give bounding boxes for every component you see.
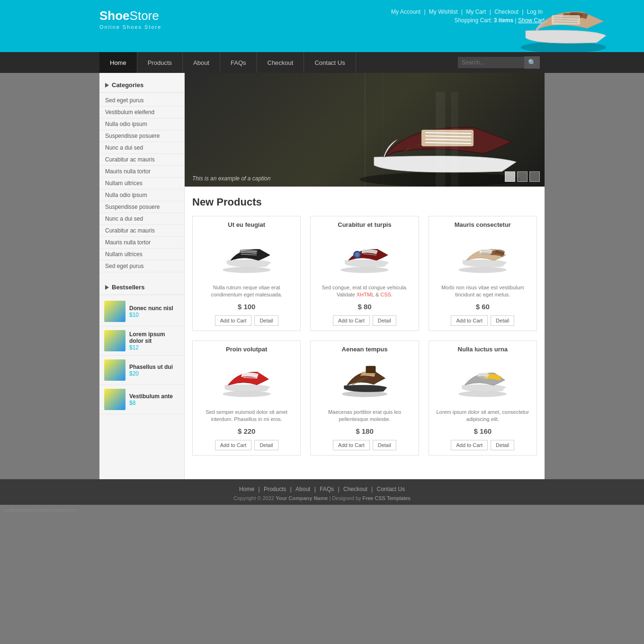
product-actions: Add to Cart Detail bbox=[434, 440, 532, 450]
new-products-title: New Products bbox=[192, 196, 537, 208]
main-wrapper: Categories Sed eget purusVestibulum elei… bbox=[99, 73, 545, 479]
product-price: $ 160 bbox=[434, 427, 532, 435]
slider-caption: This is an example of a caption bbox=[192, 175, 270, 182]
svg-point-27 bbox=[223, 391, 271, 397]
bestseller-item: Donec nunc nisl $10 bbox=[99, 297, 184, 326]
bestseller-info: Donec nunc nisl $10 bbox=[129, 305, 173, 318]
search-input[interactable] bbox=[458, 57, 524, 68]
footer-checkout-link[interactable]: Checkout bbox=[343, 486, 367, 492]
detail-button[interactable]: Detail bbox=[254, 315, 278, 326]
product-actions: Add to Cart Detail bbox=[315, 315, 413, 326]
category-item[interactable]: Mauris nulla tortor bbox=[99, 237, 184, 249]
product-actions: Add to Cart Detail bbox=[434, 315, 532, 326]
cart-label: Shopping Cart: bbox=[454, 17, 492, 24]
product-name: Aenean tempus bbox=[315, 346, 413, 353]
products-grid: Ut eu feugiat Nulla rutrum neque vitae e… bbox=[192, 216, 537, 456]
bestseller-price: $8 bbox=[129, 400, 173, 406]
bestseller-price: $20 bbox=[129, 370, 173, 377]
main-content: This is an example of a caption New Prod… bbox=[185, 73, 545, 479]
my-wishlist-link[interactable]: My Wishlist bbox=[429, 9, 458, 15]
detail-button[interactable]: Detail bbox=[491, 315, 514, 326]
footer-home-link[interactable]: Home bbox=[239, 486, 254, 492]
nav-products[interactable]: Products bbox=[137, 52, 183, 73]
product-desc: Morbi non risus vitae est vestibulum tin… bbox=[434, 284, 532, 299]
detail-button[interactable]: Detail bbox=[373, 440, 396, 450]
footer-links: Home | Products | About | FAQs | Checkou… bbox=[0, 486, 644, 492]
category-item[interactable]: Sed eget purus bbox=[99, 260, 184, 272]
bestsellers-label: Bestsellers bbox=[112, 284, 144, 291]
category-item[interactable]: Curabitur ac mauris bbox=[99, 225, 184, 237]
nav-about[interactable]: About bbox=[183, 52, 220, 73]
footer-contact-link[interactable]: Contact Us bbox=[377, 486, 405, 492]
product-card: Nulla luctus urna Lorem ipsum dolor sit … bbox=[429, 340, 537, 456]
detail-button[interactable]: Detail bbox=[254, 440, 278, 450]
svg-point-23 bbox=[459, 267, 507, 273]
nav-contact[interactable]: Contact Us bbox=[304, 52, 356, 73]
logo-light: Store bbox=[130, 9, 159, 23]
bestseller-thumb bbox=[104, 330, 125, 351]
search-button[interactable]: 🔍 bbox=[524, 56, 540, 69]
footer-about-link[interactable]: About bbox=[295, 486, 310, 492]
category-item[interactable]: Vestibulum eleifend bbox=[99, 107, 184, 118]
my-cart-link[interactable]: My Cart bbox=[466, 9, 486, 15]
products-section: New Products Ut eu feugiat Nulla rutrum … bbox=[185, 187, 545, 479]
top-header: ShoeStore Online Shoes Store My Account … bbox=[0, 0, 644, 52]
product-actions: Add to Cart Detail bbox=[197, 315, 295, 326]
nav-faqs[interactable]: FAQs bbox=[220, 52, 257, 73]
bestseller-price: $12 bbox=[129, 344, 179, 351]
bestseller-name: Vestibulum ante bbox=[129, 393, 173, 400]
product-actions: Add to Cart Detail bbox=[197, 440, 295, 450]
slider-dots bbox=[505, 171, 540, 182]
category-item[interactable]: Nulla odio ipsum bbox=[99, 118, 184, 130]
add-to-cart-button[interactable]: Add to Cart bbox=[215, 315, 252, 326]
bestseller-name: Lorem ipsum dolor sit bbox=[129, 331, 179, 344]
category-item[interactable]: Suspendisse posuere bbox=[99, 130, 184, 142]
add-to-cart-button[interactable]: Add to Cart bbox=[451, 315, 488, 326]
add-to-cart-button[interactable]: Add to Cart bbox=[215, 440, 252, 450]
category-item[interactable]: Sed eget purus bbox=[99, 95, 184, 107]
add-to-cart-button[interactable]: Add to Cart bbox=[333, 440, 370, 450]
product-card: Curabitur et turpis Sed congue, erat id … bbox=[310, 216, 419, 331]
page-footer: Home | Products | About | FAQs | Checkou… bbox=[0, 479, 644, 505]
slider-dot-1[interactable] bbox=[505, 171, 515, 182]
bestseller-name: Phasellus ut dui bbox=[129, 364, 173, 370]
bestseller-name: Donec nunc nisl bbox=[129, 305, 173, 312]
xhtml-link[interactable]: XHTML bbox=[357, 292, 374, 297]
slider-dot-2[interactable] bbox=[517, 171, 528, 182]
category-item[interactable]: Nullam ultrices bbox=[99, 249, 184, 260]
detail-button[interactable]: Detail bbox=[373, 315, 396, 326]
product-desc: Sed semper euismod dolor sit amet interd… bbox=[197, 409, 295, 423]
slider-dot-3[interactable] bbox=[529, 171, 540, 182]
product-price: $ 80 bbox=[315, 303, 413, 311]
category-item[interactable]: Nunc a dui sed bbox=[99, 142, 184, 154]
product-desc: Nulla rutrum neque vitae erat condimentu… bbox=[197, 284, 295, 299]
footer-designer-link[interactable]: Free CSS Templates bbox=[363, 495, 411, 501]
nav-home[interactable]: Home bbox=[99, 52, 137, 73]
product-price: $ 100 bbox=[197, 303, 295, 311]
nav-checkout[interactable]: Checkout bbox=[257, 52, 304, 73]
svg-point-19 bbox=[355, 252, 359, 257]
detail-button[interactable]: Detail bbox=[491, 440, 514, 450]
my-account-link[interactable]: My Account bbox=[391, 9, 420, 15]
categories-title: Categories bbox=[99, 78, 184, 93]
bestseller-item: Phasellus ut dui $20 bbox=[99, 356, 184, 385]
bestseller-info: Vestibulum ante $8 bbox=[129, 393, 173, 406]
bestseller-thumb bbox=[104, 359, 125, 381]
category-item[interactable]: Curabitur ac mauris bbox=[99, 154, 184, 166]
main-nav: Home Products About FAQs Checkout Contac… bbox=[0, 52, 644, 73]
category-item[interactable]: Mauris nulla tortor bbox=[99, 166, 184, 178]
category-item[interactable]: Nullam ultrices bbox=[99, 178, 184, 189]
add-to-cart-button[interactable]: Add to Cart bbox=[333, 315, 370, 326]
category-item[interactable]: Nunc a dui sed bbox=[99, 213, 184, 225]
svg-point-17 bbox=[340, 267, 389, 273]
bestseller-info: Lorem ipsum dolor sit $12 bbox=[129, 331, 179, 351]
add-to-cart-button[interactable]: Add to Cart bbox=[451, 440, 488, 450]
css-link[interactable]: CSS bbox=[380, 292, 391, 297]
category-item[interactable]: Nulla odio ipsum bbox=[99, 189, 184, 201]
product-desc: Lorem ipsum dolor sit amet, consectetur … bbox=[434, 409, 532, 423]
category-item[interactable]: Suspendisse posuere bbox=[99, 201, 184, 213]
bestsellers-section: Bestsellers Donec nunc nisl $10 Lorem ip… bbox=[99, 280, 184, 414]
product-name: Proin volutpat bbox=[197, 346, 295, 353]
footer-faqs-link[interactable]: FAQs bbox=[320, 486, 334, 492]
footer-products-link[interactable]: Products bbox=[264, 486, 286, 492]
